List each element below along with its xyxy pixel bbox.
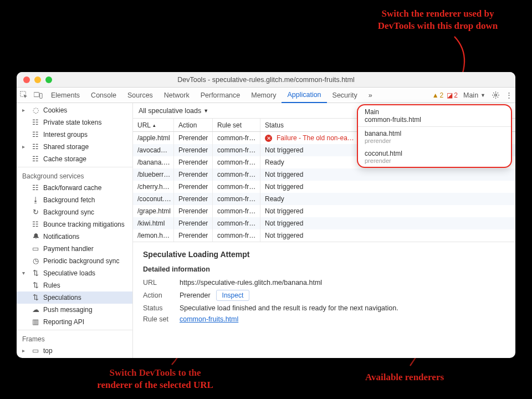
sidebar-item-interest-groups[interactable]: ☷Interest groups (17, 129, 132, 141)
detail-action: Prerender (180, 291, 211, 299)
svg-point-3 (494, 94, 497, 96)
database-icon: ☷ (31, 117, 40, 127)
sync-icon: ↻ (31, 207, 40, 217)
kebab-icon[interactable]: ⋮ (502, 88, 515, 103)
detail-panel: Speculative Loading Attempt Detailed inf… (133, 242, 515, 330)
database-icon: ☷ (31, 142, 40, 152)
tabbar: ElementsConsoleSourcesNetworkPerformance… (17, 88, 515, 103)
label-action: Action (143, 291, 174, 299)
swap-icon: ⇅ (31, 280, 40, 290)
sidebar-item-bounce[interactable]: ☷Bounce tracking mitigations (17, 218, 132, 231)
label-ruleset: Rule set (143, 315, 174, 323)
tab-security[interactable]: Security (327, 88, 363, 103)
tab-elements[interactable]: Elements (45, 88, 85, 103)
sidebar-item-notifications[interactable]: 🔔︎Notifications (17, 231, 132, 243)
sidebar-item-bg-sync[interactable]: ↻Background sync (17, 206, 132, 218)
window-title: DevTools - speculative-rules.glitch.me/c… (17, 76, 515, 84)
database-icon: ☷ (31, 130, 40, 140)
table-row[interactable]: /coconut.…Prerendercommon-fr…Ready (133, 193, 515, 205)
database-icon: ☷ (31, 219, 40, 229)
inspect-icon[interactable] (17, 88, 31, 103)
device-icon[interactable] (31, 88, 45, 103)
dropdown-renderer-coconut[interactable]: coconut.html prerender (358, 147, 511, 167)
annotation-bottom-left: Switch DevTools to the renderer of the s… (89, 367, 222, 391)
cloud-icon: ☁ (31, 305, 40, 315)
swap-icon: ⇅ (31, 268, 40, 278)
sidebar-group-bg: Background services (17, 169, 132, 182)
database-icon: ☷ (31, 154, 40, 164)
download-icon: ⭳ (31, 195, 40, 205)
sidebar-item-bg-fetch[interactable]: ⭳Background fetch (17, 194, 132, 206)
frame-icon: ▭ (31, 346, 40, 356)
zoom-icon[interactable] (45, 76, 52, 83)
warnings-counter[interactable]: ▲2 ◪2 (430, 88, 460, 103)
sort-asc-icon: ▴ (153, 122, 156, 128)
table-row[interactable]: /kiwi.htmlPrerendercommon-fr…Not trigger… (133, 217, 515, 229)
tab-sources[interactable]: Sources (122, 88, 158, 103)
label-url: URL (143, 279, 174, 287)
sidebar-item-private-state[interactable]: ☷Private state tokens (17, 116, 132, 129)
tab-console[interactable]: Console (85, 88, 122, 103)
chevron-down-icon: ▼ (480, 93, 485, 98)
sidebar-item-cookies[interactable]: ▸◌Cookies (17, 104, 132, 116)
sidebar-item-periodic-sync[interactable]: ◷Periodic background sync (17, 255, 132, 267)
annotation-bottom-right: Available renderers (349, 371, 460, 383)
tabs-overflow[interactable]: » (363, 88, 378, 103)
tab-network[interactable]: Network (158, 88, 195, 103)
cookie-icon: ◌ (31, 105, 40, 115)
table-row[interactable]: /lemon.h…Prerendercommon-fr…Not triggere… (133, 229, 515, 242)
warning-icon: ▲ (432, 91, 439, 99)
detail-url: https://speculative-rules.glitch.me/bana… (180, 279, 322, 287)
sidebar: ▸◌Cookies ☷Private state tokens ☷Interes… (17, 103, 133, 358)
sidebar-item-top-frame[interactable]: ▸▭top (17, 345, 132, 357)
card-icon: ▭ (31, 244, 40, 254)
report-icon: ▥ (31, 317, 40, 327)
detail-ruleset-link[interactable]: common-fruits.html (180, 315, 238, 323)
database-icon: ☷ (31, 183, 40, 193)
sidebar-item-push[interactable]: ☁Push messaging (17, 304, 132, 316)
table-row[interactable]: /blueberr…Prerendercommon-fr…Not trigger… (133, 168, 515, 181)
sidebar-item-rules[interactable]: ⇅Rules (17, 279, 132, 291)
svg-rect-2 (40, 93, 42, 98)
detail-subtitle: Detailed information (143, 265, 505, 273)
sidebar-item-reporting[interactable]: ▥Reporting API (17, 316, 132, 328)
dropdown-main-item[interactable]: Main common-fruits.html (358, 105, 511, 126)
sidebar-item-bfcache[interactable]: ☷Back/forward cache (17, 182, 132, 194)
clock-icon: ◷ (31, 256, 40, 266)
close-icon[interactable] (23, 76, 30, 83)
error-icon: ✕ (265, 135, 272, 142)
tab-performance[interactable]: Performance (195, 88, 246, 103)
sidebar-item-shared-storage[interactable]: ▸☷Shared storage (17, 141, 132, 153)
titlebar: DevTools - speculative-rules.glitch.me/c… (17, 72, 515, 88)
label-status: Status (143, 304, 174, 312)
annotation-top: Switch the renderer used by DevTools wit… (355, 8, 521, 32)
dropdown-renderer-banana[interactable]: banana.html prerender (358, 127, 511, 147)
th-url[interactable]: URL▴ (133, 119, 174, 131)
th-action[interactable]: Action (174, 119, 213, 131)
inspect-button[interactable]: Inspect (216, 290, 250, 301)
detail-status: Speculative load finished and the result… (180, 304, 398, 312)
renderer-dropdown-button[interactable]: Main ▼ (460, 88, 489, 103)
gear-icon[interactable] (489, 88, 502, 103)
tab-memory[interactable]: Memory (245, 88, 282, 103)
traffic-lights (23, 76, 52, 83)
table-row[interactable]: /cherry.h…Prerendercommon-fr…Not trigger… (133, 181, 515, 193)
sidebar-item-payment[interactable]: ▭Payment handler (17, 243, 132, 255)
sidebar-item-speculations[interactable]: ⇅Speculations (17, 291, 132, 304)
renderer-dropdown-menu: Main common-fruits.html banana.html prer… (357, 104, 512, 168)
sidebar-item-speculative[interactable]: ▾⇅Speculative loads (17, 267, 132, 279)
tab-application[interactable]: Application (282, 88, 326, 103)
chevron-down-icon: ▼ (203, 108, 208, 114)
bell-icon: 🔔︎ (31, 232, 40, 242)
th-ruleset[interactable]: Rule set (213, 119, 260, 131)
error-icon: ◪ (447, 91, 453, 99)
minimize-icon[interactable] (34, 76, 41, 83)
svg-rect-1 (34, 92, 39, 96)
sidebar-group-frames: Frames (17, 332, 132, 345)
table-row[interactable]: /grape.htmlPrerendercommon-fr…Not trigge… (133, 205, 515, 217)
swap-icon: ⇅ (31, 293, 40, 303)
sidebar-item-cache-storage[interactable]: ☷Cache storage (17, 153, 132, 165)
detail-title: Speculative Loading Attempt (143, 250, 505, 259)
